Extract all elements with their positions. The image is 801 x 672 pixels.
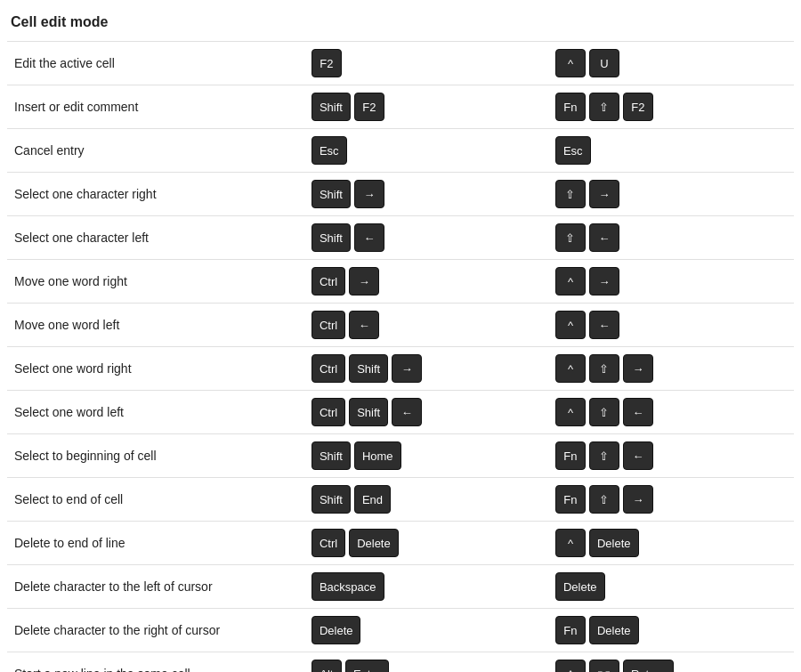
key-badge: ⇧ [589,441,619,470]
table-row: Select to beginning of cellShiftHomeFn⇧← [7,434,794,478]
win-keys-cell: F2 [306,42,550,85]
win-keys-cell: CtrlShift→ [306,347,550,391]
mac-keys-group: ^⇧← [555,398,789,426]
key-badge: Enter [345,660,389,672]
key-badge: ← [392,398,422,426]
action-label: Delete character to the left of cursor [7,565,306,609]
mac-keys-group: ^Delete [555,529,789,557]
key-badge: ⌥ [589,660,619,672]
key-badge: U [589,49,619,77]
key-badge: ^ [555,49,586,77]
win-keys-cell: CtrlDelete [306,522,550,565]
win-keys-group: Backspace [312,572,545,601]
key-badge: ← [623,398,653,426]
key-badge: Ctrl [312,398,345,426]
win-keys-group: Esc [312,136,545,165]
key-badge: → [349,267,379,296]
key-badge: Shift [312,223,351,252]
key-badge: F2 [354,93,384,121]
mac-keys-cell: Delete [550,565,794,609]
key-badge: F2 [623,93,653,121]
mac-keys-cell: Esc [550,129,794,173]
key-badge: Fn [555,485,586,514]
key-badge: Home [354,441,401,470]
mac-keys-group: Fn⇧F2 [555,93,789,121]
table-row: Insert or edit commentShiftF2Fn⇧F2 [7,85,794,129]
mac-keys-group: Esc [555,136,789,165]
mac-keys-group: ⇧← [555,223,789,252]
key-badge: ⇧ [589,398,619,426]
key-badge: Fn [555,93,586,121]
key-badge: Fn [555,616,586,644]
key-badge: ← [349,311,379,339]
key-badge: ^ [555,398,586,426]
action-label: Select one character left [7,216,306,260]
win-keys-group: Shift→ [312,180,545,208]
mac-keys-cell: ^Delete [550,522,794,565]
mac-keys-group: ^→ [555,267,789,296]
key-badge: ^ [555,660,586,672]
table-row: Edit the active cellF2^U [7,42,794,85]
key-badge: End [354,485,391,514]
table-row: Select one character rightShift→⇧→ [7,173,794,216]
page-container: Cell edit mode Edit the active cellF2^UI… [0,0,801,672]
win-keys-group: Shift← [312,223,545,252]
win-keys-group: F2 [312,49,545,77]
key-badge: ^ [555,311,586,339]
action-label: Cancel entry [7,129,306,173]
shortcuts-table: Edit the active cellF2^UInsert or edit c… [7,41,794,672]
action-label: Delete to end of line [7,522,306,565]
mac-keys-cell: ⇧→ [550,173,794,216]
action-label: Select one word right [7,347,306,391]
key-badge: ^ [555,529,586,557]
mac-keys-cell: Fn⇧F2 [550,85,794,129]
key-badge: Ctrl [312,529,345,557]
key-badge: Esc [312,136,347,165]
mac-keys-cell: ^⇧→ [550,347,794,391]
win-keys-group: CtrlShift← [312,398,545,426]
key-badge: → [589,267,619,296]
section-title: Cell edit mode [7,14,794,30]
key-badge: Delete [589,616,639,644]
mac-keys-cell: ^← [550,304,794,347]
mac-keys-cell: Fn⇧← [550,434,794,478]
key-badge: Ctrl [312,267,345,296]
key-badge: ← [589,311,619,339]
mac-keys-cell: FnDelete [550,609,794,652]
key-badge: ⇧ [555,180,586,208]
key-badge: Delete [555,572,605,601]
mac-keys-group: Fn⇧← [555,441,789,470]
win-keys-cell: AltEnter [306,652,550,673]
key-badge: ^ [555,354,586,383]
key-badge: Alt [312,660,342,672]
key-badge: ⇧ [589,485,619,514]
action-label: Move one word left [7,304,306,347]
table-row: Move one word leftCtrl←^← [7,304,794,347]
win-keys-group: CtrlShift→ [312,354,545,383]
table-row: Delete to end of lineCtrlDelete^Delete [7,522,794,565]
win-keys-cell: CtrlShift← [306,391,550,434]
key-badge: → [623,354,653,383]
win-keys-cell: Shift← [306,216,550,260]
key-badge: Esc [555,136,591,165]
mac-keys-group: ⇧→ [555,180,789,208]
win-keys-cell: Ctrl← [306,304,550,347]
win-keys-group: Ctrl← [312,311,545,339]
table-row: Delete character to the left of cursorBa… [7,565,794,609]
action-label: Select to end of cell [7,478,306,522]
mac-keys-group: FnDelete [555,616,789,644]
table-row: Select one character leftShift←⇧← [7,216,794,260]
key-badge: Fn [555,441,586,470]
key-badge: F2 [312,49,342,77]
mac-keys-group: Delete [555,572,789,601]
mac-keys-cell: ^U [550,42,794,85]
win-keys-group: Ctrl→ [312,267,545,296]
key-badge: → [392,354,422,383]
key-badge: ← [623,441,653,470]
win-keys-cell: Delete [306,609,550,652]
mac-keys-group: ^⌥Return [555,660,789,672]
table-row: Move one word rightCtrl→^→ [7,260,794,304]
win-keys-group: ShiftF2 [312,93,545,121]
key-badge: ← [589,223,619,252]
win-keys-cell: Ctrl→ [306,260,550,304]
